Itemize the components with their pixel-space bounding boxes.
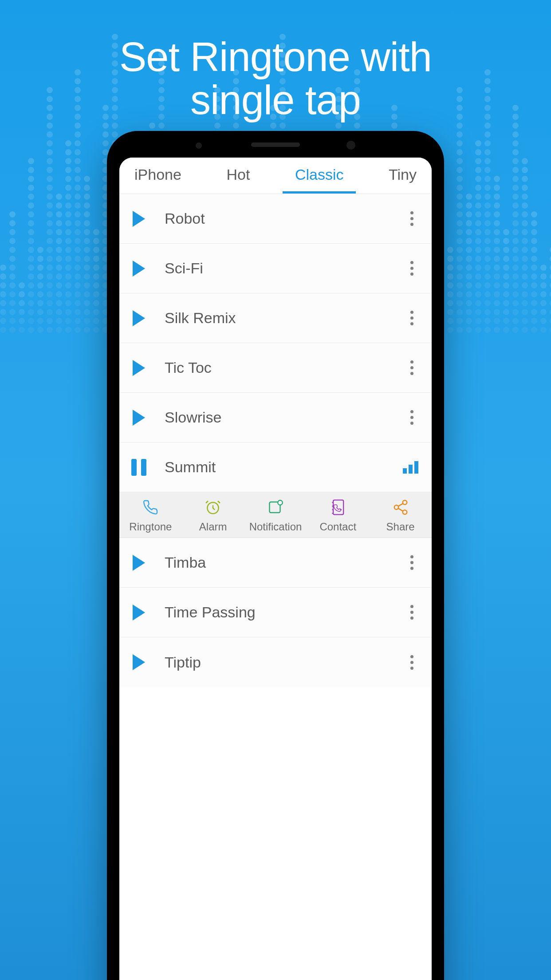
track-title: Time Passing [165,604,405,621]
action-label: Notification [249,521,302,533]
phone-speaker [251,142,300,147]
ringtone-list: Robot Sci-Fi Silk Remix Tic Toc Slow [119,194,432,687]
list-item[interactable]: Tic Toc [119,343,432,393]
list-item-playing[interactable]: Summit [119,443,432,492]
track-title: Sci-Fi [165,260,405,277]
more-options-icon[interactable] [405,655,418,670]
more-options-icon[interactable] [405,410,418,425]
more-options-icon[interactable] [405,261,418,276]
track-title: Tic Toc [165,359,405,376]
svg-rect-3 [333,500,343,515]
more-options-icon[interactable] [405,360,418,375]
track-title: Silk Remix [165,309,405,327]
tab-tiny[interactable]: Tiny [386,158,419,193]
pause-icon[interactable] [130,458,148,476]
actions-panel: Ringtone Alarm Notification [119,492,432,538]
track-title: Timba [165,554,405,571]
list-item[interactable]: Time Passing [119,588,432,637]
action-label: Ringtone [129,521,172,533]
headline-line-2: single tap [190,77,361,122]
svg-point-4 [402,500,407,505]
more-options-icon[interactable] [405,311,418,325]
track-title: Summit [165,458,403,476]
more-options-icon[interactable] [405,605,418,620]
play-icon[interactable] [130,554,148,572]
play-icon[interactable] [130,604,148,621]
action-label: Contact [319,521,356,533]
notification-icon [268,498,283,516]
share-icon [392,498,409,516]
tab-hot[interactable]: Hot [224,158,252,193]
play-icon[interactable] [130,359,148,377]
action-label: Share [386,521,415,533]
playing-indicator-icon [403,461,418,474]
more-options-icon[interactable] [405,555,418,570]
play-icon[interactable] [130,653,148,671]
action-contact[interactable]: Contact [307,498,369,533]
tab-classic[interactable]: Classic [292,158,346,193]
track-title: Robot [165,210,405,227]
app-screen: iPhone Hot Classic Tiny Robot Sci-Fi Sil… [119,158,432,980]
tab-iphone[interactable]: iPhone [132,158,184,193]
action-notification[interactable]: Notification [244,498,307,533]
list-item[interactable]: Sci-Fi [119,244,432,293]
list-item[interactable]: Robot [119,194,432,244]
play-icon[interactable] [130,409,148,427]
list-item[interactable]: Timba [119,538,432,588]
action-alarm[interactable]: Alarm [182,498,244,533]
play-icon[interactable] [130,260,148,277]
more-options-icon[interactable] [405,211,418,226]
phone-frame: iPhone Hot Classic Tiny Robot Sci-Fi Sil… [107,131,444,980]
svg-point-5 [394,505,398,510]
phone-sensor [196,142,202,149]
action-label: Alarm [199,521,227,533]
play-icon[interactable] [130,210,148,228]
action-ringtone[interactable]: Ringtone [119,498,182,533]
action-share[interactable]: Share [369,498,432,533]
alarm-icon [205,498,221,516]
promo-headline: Set Ringtone with single tap [0,0,551,121]
play-icon[interactable] [130,309,148,327]
track-title: Tiptip [165,654,405,671]
svg-point-6 [402,510,407,514]
headline-line-1: Set Ringtone with [119,34,432,79]
list-item[interactable]: Silk Remix [119,293,432,343]
svg-point-2 [278,500,283,505]
list-item[interactable]: Slowrise [119,393,432,443]
list-item[interactable]: Tiptip [119,637,432,687]
contact-icon [331,498,346,516]
category-tabs: iPhone Hot Classic Tiny [119,158,432,194]
track-title: Slowrise [165,409,405,426]
phone-camera [346,141,355,150]
phone-icon [142,498,158,516]
